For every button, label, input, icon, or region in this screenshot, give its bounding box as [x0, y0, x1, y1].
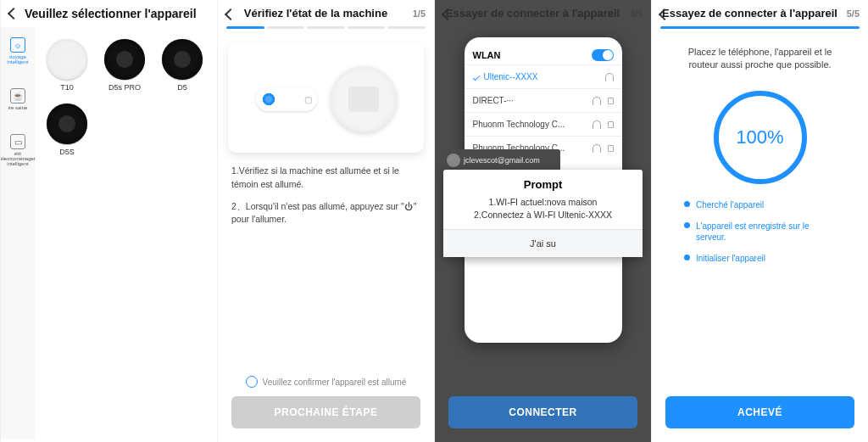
- step-label: Initialiser l'appareil: [696, 253, 765, 264]
- appliance-icon: ▭: [10, 134, 25, 149]
- page-title: Vérifiez l'état de la machine: [244, 7, 387, 20]
- step-label: L'appareil est enregistré sur le serveur…: [696, 221, 836, 243]
- progress-percent: 100%: [736, 126, 783, 148]
- step-indicator: 5/5: [847, 8, 860, 19]
- progress-seg: [387, 26, 426, 29]
- progress-ring: 100%: [714, 91, 807, 184]
- device-label: D5S: [59, 148, 75, 156]
- progress-bar: [660, 26, 860, 29]
- wlan-row-selected: Ultenic--XXXX: [465, 64, 622, 88]
- page-title: Veuillez sélectionner l'appareil: [25, 7, 197, 20]
- sidebar-item-cleaning[interactable]: ⌾ ttoyage intelligent: [1, 37, 35, 64]
- device-label: D5: [177, 83, 187, 92]
- user-bar: jclevescot@gmail.com: [442, 149, 560, 171]
- device-item-t10[interactable]: T10: [43, 39, 91, 92]
- robot-icon: [104, 39, 145, 80]
- device-item-d5[interactable]: D5: [159, 39, 206, 92]
- prompt-line-2: 2.Connectez à WI-FI Ultenic-XXXX: [450, 209, 636, 221]
- bullet-icon: [684, 222, 690, 228]
- lock-icon: [608, 121, 614, 128]
- step-row: L'appareil est enregistré sur le serveur…: [684, 221, 836, 243]
- user-email: jclevescot@gmail.com: [464, 156, 540, 165]
- avatar-icon: [447, 154, 460, 167]
- progress-seg: [348, 26, 386, 29]
- power-dot-icon: [261, 92, 276, 107]
- instruction-text: Placez le téléphone, l'appareil et le ro…: [652, 34, 868, 72]
- page-title: Essayez de connecter à l'appareil: [662, 7, 837, 20]
- wlan-label: WLAN: [473, 50, 501, 60]
- step-label: Cherché l'appareil: [696, 199, 764, 210]
- header: Veuillez sélectionner l'appareil: [1, 0, 217, 27]
- prompt-line-1: 1.WI-FI actuel:nova maison: [450, 196, 636, 209]
- robot-icon: [47, 104, 87, 144]
- cleaning-icon: ⌾: [10, 37, 25, 53]
- step-row: Initialiser l'appareil: [684, 253, 836, 264]
- screen-select-device: Veuillez sélectionner l'appareil ⌾ ttoya…: [0, 0, 217, 442]
- done-button[interactable]: ACHEVÉ: [665, 396, 854, 428]
- sidebar-item-appliance[interactable]: ▭ etit électroménager intelligent: [0, 134, 36, 166]
- instruction-line-1: 1.Vérifiez si la machine est allumée et …: [231, 165, 420, 192]
- footer: CONNECTER: [435, 388, 651, 442]
- progress-seg: [307, 26, 345, 29]
- instruction-line-2: 2、Lorsqu'il n'est pas allumé, appuyez su…: [231, 200, 420, 227]
- header: Vérifiez l'état de la machine 1/5: [218, 0, 434, 26]
- back-icon[interactable]: [225, 8, 236, 20]
- screen-connect-progress: Essayez de connecter à l'appareil 5/5 Pl…: [651, 0, 868, 442]
- lock-icon: [608, 145, 614, 152]
- prompt-dialog: Prompt 1.WI-FI actuel:nova maison 2.Conn…: [443, 170, 643, 257]
- header: Essayez de connecter à l'appareil 5/5: [652, 0, 868, 26]
- prompt-body: 1.WI-FI actuel:nova maison 2.Connectez à…: [443, 196, 643, 229]
- prompt-title: Prompt: [443, 170, 643, 196]
- confirm-checkbox[interactable]: Veuillez confirmer l'appareil est allumé: [231, 376, 420, 388]
- sidebar-item-health[interactable]: ☕ ire saine: [8, 88, 28, 110]
- check-icon: [472, 73, 479, 80]
- wlan-row: DIRECT-···: [465, 88, 622, 112]
- device-label: T10: [60, 83, 74, 92]
- robot-icon: [162, 39, 203, 80]
- back-icon[interactable]: [8, 8, 19, 20]
- illustration-card: ▢: [228, 42, 424, 153]
- connect-button[interactable]: CONNECTER: [448, 396, 637, 428]
- robot-illustration: [331, 66, 397, 132]
- camera-icon: ▢: [304, 95, 312, 104]
- device-grid: T10 D5s PRO D5 D5S: [35, 27, 217, 439]
- footer: Veuillez confirmer l'appareil est allumé…: [218, 367, 434, 442]
- sidebar-item-label: etit électroménager intelligent: [0, 151, 36, 166]
- progress-seg: [267, 26, 305, 29]
- cup-icon: ☕: [10, 88, 25, 104]
- lock-icon: [608, 98, 614, 104]
- sidebar-item-label: ire saine: [8, 105, 28, 110]
- device-label: D5s PRO: [108, 83, 141, 92]
- bullet-icon: [684, 255, 690, 260]
- step-indicator: 1/5: [413, 8, 426, 19]
- wifi-icon: [593, 144, 601, 153]
- footer: ACHEVÉ: [652, 388, 868, 442]
- next-button[interactable]: PROCHAINE ÉTAPE: [231, 396, 420, 428]
- wlan-toggle-icon: [592, 49, 614, 61]
- robot-icon: [47, 39, 87, 80]
- wlan-ssid: Phuonm Technology C...: [473, 120, 565, 129]
- screen-connect-prompt: Essayer de connecter à l'appareil 4/5 WL…: [434, 0, 651, 442]
- sidebar-item-label: ttoyage intelligent: [1, 54, 35, 64]
- instructions: 1.Vérifiez si la machine est allumée et …: [218, 153, 434, 227]
- wlan-ssid: DIRECT-···: [473, 96, 514, 105]
- step-row: Cherché l'appareil: [684, 199, 836, 210]
- wlan-header: WLAN: [465, 37, 622, 64]
- power-switch-illustration: ▢: [256, 87, 317, 111]
- device-item-d5s[interactable]: D5S: [43, 104, 91, 156]
- screen-check-state: Vérifiez l'état de la machine 1/5 ▢ 1.Vé…: [217, 0, 434, 442]
- confirm-label: Veuillez confirmer l'appareil est allumé: [263, 378, 407, 387]
- radio-icon: [246, 376, 258, 388]
- wifi-icon: [593, 120, 601, 129]
- progress-seg: [226, 26, 264, 29]
- wlan-row: Phuonm Technology C...: [465, 112, 622, 136]
- device-item-d5spro[interactable]: D5s PRO: [101, 39, 148, 92]
- progress-ring-box: 100%: [652, 91, 868, 184]
- wlan-ssid: Ultenic--XXXX: [484, 72, 538, 81]
- progress-bar: [218, 26, 434, 34]
- prompt-ok-button[interactable]: J'ai su: [443, 229, 643, 257]
- wifi-icon: [593, 97, 601, 105]
- wifi-icon: [605, 73, 614, 81]
- steps-list: Cherché l'appareil L'appareil est enregi…: [652, 199, 868, 264]
- bullet-icon: [684, 201, 690, 207]
